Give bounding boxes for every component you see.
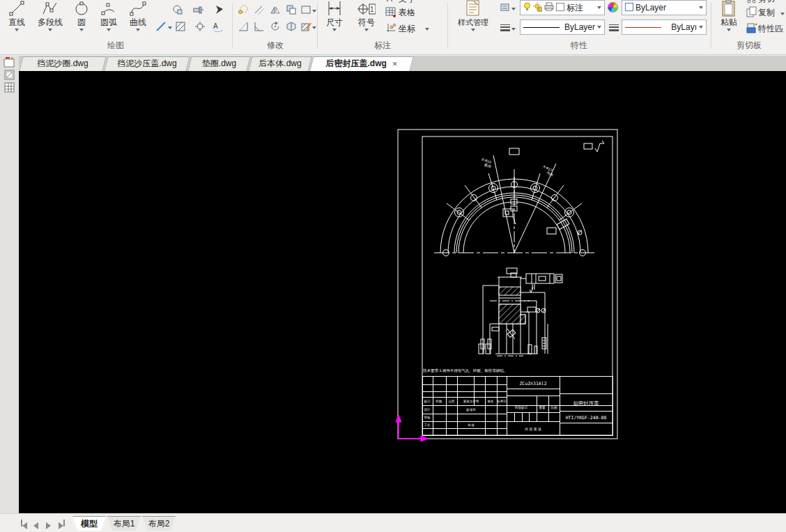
coordinate-label[interactable]: 坐标 [399, 23, 415, 35]
part-name-text: 后密封压盖 [573, 400, 599, 407]
polyline-icon [42, 0, 59, 17]
mirror-icon[interactable] [269, 3, 282, 16]
view-cube-icon[interactable] [285, 20, 298, 33]
image-frame-icon[interactable] [3, 69, 17, 81]
copy-icon[interactable] [746, 6, 758, 18]
line-label: 直线 [8, 17, 25, 27]
chevron-down-icon[interactable] [312, 10, 316, 13]
dimension-button[interactable]: 尺寸 [321, 0, 348, 31]
linetype-combobox[interactable]: ByLayer [520, 19, 605, 35]
bolt-tool-icon[interactable] [192, 3, 205, 16]
rotate-icon[interactable] [269, 20, 282, 33]
table-icon[interactable] [385, 6, 397, 18]
spline-button[interactable]: 曲线 [124, 0, 152, 31]
title-table-icon[interactable] [3, 81, 17, 93]
svg-text:A: A [387, 0, 392, 3]
first-tab-button[interactable] [21, 519, 29, 528]
group-label-modify: 修改 [234, 40, 316, 52]
leader-text: 8-Φ13 配作 4-Φ17 均布 [481, 157, 555, 177]
layer-name: 标注 [567, 2, 595, 14]
paste-button[interactable]: 粘贴 [715, 0, 743, 31]
file-tab-2[interactable]: 挡泥沙压盖.dwg [106, 56, 188, 71]
tab-layout2[interactable]: 布局2 [142, 516, 176, 531]
line-button[interactable]: 直线 [3, 0, 31, 31]
prev-tab-button[interactable] [33, 519, 42, 528]
last-tab-button[interactable] [59, 519, 67, 528]
hatch-edit-icon[interactable] [300, 20, 312, 33]
file-tab-label: 垫圈.dwg [202, 58, 236, 70]
symbol-label: 符号 [358, 17, 375, 27]
region-tool-icon[interactable] [171, 3, 184, 16]
file-tab-label: 挡泥沙压盖.dwg [117, 58, 176, 70]
file-tab-5-active[interactable]: 后密封压盖.dwg × [311, 56, 412, 71]
style-manager-button[interactable]: 样式管理 [452, 0, 495, 31]
list-tool-icon[interactable] [499, 1, 511, 14]
chevron-down-icon [15, 29, 19, 31]
role-check: 审核 [424, 416, 431, 419]
dimension-icon [326, 0, 343, 17]
arc-button[interactable]: 圆弧 [95, 0, 123, 31]
tab-model[interactable]: 模型 [72, 516, 106, 531]
lineweight-menu-icon[interactable] [499, 22, 511, 34]
circle-button[interactable]: 圆 [70, 0, 93, 31]
lineweight-icon[interactable] [608, 22, 620, 34]
color-combobox[interactable]: ByLayer [622, 0, 707, 15]
polyline-label: 多段线 [38, 17, 63, 27]
scale-label: 比例 [551, 406, 558, 410]
file-tab-3[interactable]: 垫圈.dwg [190, 56, 249, 71]
role-approve: 批准 [468, 423, 475, 427]
linetype2-combobox[interactable]: ByLayı [622, 19, 707, 35]
chevron-down-icon[interactable] [780, 13, 785, 15]
chevron-down-icon[interactable] [511, 8, 516, 10]
layer-combobox[interactable]: 标注 [520, 0, 605, 15]
construction-line-icon[interactable] [155, 20, 167, 33]
file-tab-4[interactable]: 后本体.dwg [250, 56, 310, 71]
half-plan-view [434, 141, 604, 256]
leader-left-line2: 配作 [484, 162, 493, 169]
match-properties-label[interactable]: 特性匹 [758, 23, 783, 35]
text-arc-icon[interactable]: A [212, 20, 224, 33]
layer-freeze-sun-icon [533, 2, 542, 14]
pointer-tool-icon[interactable] [213, 3, 226, 16]
spline-icon [130, 0, 146, 17]
file-tab-label: 挡泥沙圈.dwg [37, 58, 88, 70]
next-tab-button[interactable] [46, 519, 54, 528]
polyline-button[interactable]: 多段线 [32, 0, 68, 31]
chevron-down-icon[interactable] [168, 26, 172, 29]
chamfer-icon[interactable] [253, 20, 265, 33]
sheet-border [398, 130, 617, 439]
model-tab-label: 模型 [81, 518, 98, 530]
cut-label[interactable]: 剪切 [758, 0, 775, 5]
rectangle-tool-icon[interactable] [300, 3, 312, 16]
close-icon[interactable]: × [392, 59, 398, 68]
tab-layout1[interactable]: 布局1 [107, 516, 141, 531]
current-color-swatch [625, 3, 633, 13]
symbol-button[interactable]: 1 符号 [353, 0, 380, 31]
offset-icon[interactable] [253, 3, 265, 16]
text-tool-icon[interactable]: A [385, 0, 397, 4]
linetype-value: ByLayer [562, 22, 595, 32]
gear-icon[interactable] [194, 20, 206, 33]
sheets-label: 共 张 第 张 [525, 427, 541, 432]
chevron-down-icon[interactable] [425, 28, 429, 31]
file-tab-1[interactable]: 挡泥沙圈.dwg [21, 56, 105, 71]
cut-icon[interactable] [746, 0, 758, 4]
text-tool-label[interactable]: 文字 [399, 0, 415, 5]
scale-icon[interactable] [237, 20, 249, 33]
color-wheel-icon[interactable] [608, 2, 618, 13]
role-standardize: 标准化 [465, 407, 476, 412]
table-label[interactable]: 表格 [399, 7, 415, 19]
chevron-down-icon[interactable] [312, 26, 316, 29]
model-space-canvas[interactable]: 标记 处数 分区 更改文件号 签名 年月日 设计 标准化 审核 工艺 批准 阶段… [19, 71, 786, 513]
hatch-tool-icon[interactable] [174, 20, 187, 33]
match-properties-icon[interactable] [746, 22, 758, 34]
symbol-icon: 1 [357, 0, 376, 17]
copy-object-icon[interactable] [237, 3, 249, 16]
copy-label[interactable]: 复制 [758, 7, 775, 19]
paste-label: 粘贴 [720, 17, 737, 27]
coordinate-icon[interactable] [385, 22, 397, 34]
ribbon-separator [232, 3, 233, 49]
frame-setup-icon[interactable] [3, 56, 17, 68]
chevron-down-icon[interactable] [511, 28, 516, 31]
union-icon[interactable] [285, 3, 298, 16]
